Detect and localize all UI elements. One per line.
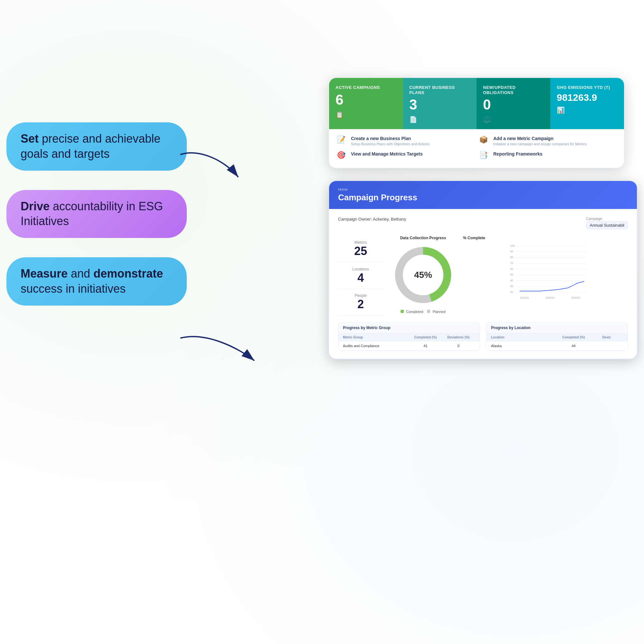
- kpi-business-plans-icon: 📄: [409, 116, 470, 123]
- table-metric-group-header: Metric Group Completed (%) Deviations (%…: [338, 334, 479, 341]
- dash-link-4[interactable]: 📑 Reporting Frameworks: [479, 151, 616, 161]
- card2-title: Campaign Progress: [338, 193, 628, 203]
- tables-row: Progress by Metric Group Metric Group Co…: [338, 322, 628, 351]
- table-location-row-1-name: Alaska: [491, 344, 557, 348]
- svg-text:30: 30: [510, 285, 513, 288]
- dash-link-2-icon: 📦: [479, 136, 489, 146]
- dash-link-1-title: Create a new Business Plan: [351, 136, 430, 141]
- kpi-business-plans: CURRENT BUSINESS PLANS 3 📄: [403, 78, 477, 129]
- dash-link-2-sub: Initialize a new campaign and assign com…: [493, 142, 587, 146]
- kpi-obligations-value: 0: [483, 98, 544, 112]
- table-location-title: Progress by Location: [487, 322, 628, 334]
- chart-title: % Complete: [463, 236, 628, 240]
- kpi-obligations-label: NEW/UPDATED OBLIGATIONS: [483, 85, 544, 95]
- stat-metrics-label: Metrics: [343, 240, 378, 245]
- stat-locations-label: Locations: [343, 267, 378, 271]
- card2-campaign-name: Annual Sustainabil: [586, 221, 628, 229]
- dash-link-3-icon: 🎯: [337, 151, 347, 161]
- col-metric-group: Metric Group: [343, 336, 409, 339]
- svg-text:90: 90: [510, 250, 513, 253]
- svg-text:20: 20: [510, 290, 513, 294]
- table-metric-group-title: Progress by Metric Group: [338, 322, 479, 334]
- kpi-ghg-icon: 📊: [557, 106, 618, 114]
- col-location-deviz: Deviz: [590, 336, 623, 339]
- col-location: Location: [491, 336, 557, 339]
- stat-locations-value: 4: [343, 271, 378, 284]
- kpi-ghg: GHG EMISSIONS YTD (T) 981263.9 📊: [550, 78, 624, 129]
- stat-people: People 2: [338, 289, 383, 316]
- donut-section: Data Collection Progress 45%: [391, 236, 455, 314]
- line-chart: % Complete 100 90 80 70 60 50 40 30 20: [463, 236, 628, 300]
- table-location-row-1-completed: 44: [557, 344, 590, 348]
- svg-text:50: 50: [510, 273, 513, 276]
- table-location-row-1-deviz: [590, 344, 623, 348]
- table-location-header: Location Completed (%) Deviz: [487, 334, 628, 341]
- stat-metrics: Metrics 25: [338, 236, 383, 262]
- line-chart-svg: 100 90 80 70 60 50 40 30 20: [463, 243, 628, 301]
- bubble-measure-text1: and: [68, 267, 93, 280]
- stats-left: Metrics 25 Locations 4 People 2: [338, 236, 383, 316]
- stat-people-value: 2: [343, 298, 378, 311]
- dash-link-2-title: Add a new Metric Campaign: [493, 136, 587, 141]
- dash-link-3[interactable]: 🎯 View and Manage Metrics Targets: [337, 151, 474, 161]
- svg-text:3/2023: 3/2023: [571, 296, 580, 299]
- legend-completed-dot: [401, 310, 404, 313]
- dashboard-links: 📝 Create a new Business Plan Setup Busin…: [329, 129, 624, 168]
- table-metric-group: Progress by Metric Group Metric Group Co…: [338, 322, 480, 351]
- stat-locations: Locations 4: [338, 262, 383, 289]
- col-completed-pct: Completed (%): [409, 336, 442, 339]
- bubble-drive-bold: Drive: [21, 200, 50, 213]
- card2-owner: Campaign Owner: Ackerley, Bethany: [338, 217, 406, 222]
- card2-header: Home Campaign Progress: [329, 181, 637, 209]
- bubble-set-bold: Set: [21, 132, 39, 145]
- donut-center-text: 45%: [414, 270, 432, 280]
- svg-text:70: 70: [510, 261, 513, 265]
- bubble-set: Set precise and achievable goals and tar…: [6, 122, 187, 171]
- col-deviations-pct: Deviations (%): [442, 336, 475, 339]
- col-location-completed: Completed (%): [557, 336, 590, 339]
- bubble-drive: Drive accountability in ESG Initiatives: [6, 190, 187, 238]
- bubble-set-text: precise and achievable goals and targets: [21, 132, 160, 160]
- arrow-1: [174, 142, 245, 187]
- card2-breadcrumb: Home: [338, 187, 628, 191]
- svg-text:80: 80: [510, 256, 513, 259]
- kpi-ghg-label: GHG EMISSIONS YTD (T): [557, 85, 618, 90]
- kpi-active-campaigns-icon: 📋: [336, 111, 396, 118]
- table-location-row-1: Alaska 44: [487, 341, 628, 351]
- card2-campaign-label: Campaign: [586, 217, 628, 221]
- dashboard-card-1: ACTIVE CAMPAIGNS 6 📋 CURRENT BUSINESS PL…: [328, 77, 625, 168]
- donut-legend: Completed Planned: [401, 310, 446, 314]
- scene: Set precise and achievable goals and tar…: [0, 0, 644, 644]
- card2-meta: Campaign Owner: Ackerley, Bethany Campai…: [338, 217, 628, 229]
- svg-text:2/2023: 2/2023: [545, 296, 554, 299]
- legend-completed: Completed: [401, 310, 423, 314]
- kpi-obligations-icon: ⚖️: [483, 116, 544, 123]
- dash-link-1[interactable]: 📝 Create a new Business Plan Setup Busin…: [337, 136, 474, 146]
- legend-planned: Planned: [427, 310, 445, 314]
- card2-body: Campaign Owner: Ackerley, Bethany Campai…: [329, 209, 637, 359]
- kpi-ghg-value: 981263.9: [557, 93, 618, 102]
- kpi-obligations: NEW/UPDATED OBLIGATIONS 0 ⚖️: [477, 78, 550, 129]
- kpi-active-campaigns-label: ACTIVE CAMPAIGNS: [336, 85, 396, 90]
- kpi-business-plans-label: CURRENT BUSINESS PLANS: [409, 85, 470, 95]
- card2-stats-row: Metrics 25 Locations 4 People 2 Data Col…: [338, 236, 628, 316]
- bubble-measure-bold: Measure: [21, 267, 68, 280]
- dash-link-1-sub: Setup Business Plans with Objectives and…: [351, 142, 430, 146]
- table-row-1-deviations: 0: [442, 344, 475, 348]
- bubble-measure-text2: success in initiatives: [21, 282, 126, 295]
- legend-planned-dot: [427, 310, 430, 313]
- svg-text:40: 40: [510, 279, 513, 282]
- dashboard-card-2: Home Campaign Progress Campaign Owner: A…: [328, 180, 638, 359]
- kpi-active-campaigns-value: 6: [336, 93, 396, 107]
- svg-text:100: 100: [510, 244, 515, 247]
- bubble-measure: Measure and demonstrate success in initi…: [6, 257, 187, 306]
- dash-link-4-icon: 📑: [479, 151, 489, 161]
- bubble-demonstrate-bold: demonstrate: [93, 267, 163, 280]
- dash-link-2[interactable]: 📦 Add a new Metric Campaign Initialize a…: [479, 136, 616, 146]
- table-location: Progress by Location Location Completed …: [486, 322, 628, 351]
- kpi-business-plans-value: 3: [409, 98, 470, 112]
- table-row-1: Audits and Compliance 41 0: [338, 341, 479, 351]
- dash-link-3-title: View and Manage Metrics Targets: [351, 151, 423, 157]
- table-row-1-group: Audits and Compliance: [343, 344, 409, 348]
- svg-text:1/2023: 1/2023: [520, 296, 529, 299]
